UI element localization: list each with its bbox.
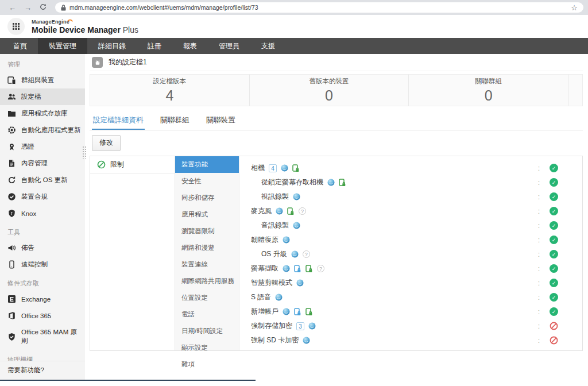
policy-name: 限制 bbox=[110, 160, 124, 169]
browser-forward-icon[interactable]: → bbox=[24, 4, 32, 11]
tab-associated-devices[interactable]: 關聯裝置 bbox=[206, 112, 237, 130]
category-tethering[interactable]: 網際網路共用服務 bbox=[175, 273, 239, 290]
ssl-lock-icon bbox=[61, 5, 66, 11]
sidebar-item-content-mgmt[interactable]: 內容管理 bbox=[0, 155, 85, 172]
sidebar-item-auto-app-updates[interactable]: 自動化應用程式更新 bbox=[0, 122, 85, 138]
count-badge: 3 bbox=[296, 322, 304, 330]
sidebar-item-exchange[interactable]: Exchange bbox=[0, 291, 85, 307]
setting-label: S 語音 bbox=[251, 292, 271, 302]
sidebar-item-label: Knox bbox=[21, 210, 36, 217]
stat-1: 舊版本的裝置 0 bbox=[250, 75, 409, 106]
category-applications[interactable]: 應用程式 bbox=[175, 206, 239, 223]
sidebar-item-office365-mam[interactable]: Office 365 MAM 原則 bbox=[0, 324, 85, 349]
sidebar-item-label: 自動化應用程式更新 bbox=[21, 126, 81, 134]
profile-detail-panel: 限制 裝置功能安全性同步和儲存應用程式瀏覽器限制網路和漫遊裝置連線網際網路共用服… bbox=[90, 156, 583, 351]
nav-item-admin[interactable]: 管理員 bbox=[208, 38, 250, 54]
policy-restrictions-item[interactable]: 限制 bbox=[90, 156, 175, 173]
nav-item-device-mgmt[interactable]: 裝置管理 bbox=[38, 38, 87, 54]
category-security[interactable]: 安全性 bbox=[175, 173, 239, 190]
nav-item-home[interactable]: 首頁 bbox=[2, 38, 38, 54]
android-platform-icon bbox=[275, 294, 283, 301]
sidebar-section: 地理柵欄 柵欄原則 柵欄存放庫 bbox=[0, 349, 85, 361]
sidebar-section: 條件式存取 Exchange Office 365 Office 365 MAM… bbox=[0, 273, 85, 349]
nav-item-inventory[interactable]: 詳細目錄 bbox=[87, 38, 137, 54]
android-platform-icon bbox=[327, 179, 335, 186]
allowed-status-icon: ✓ bbox=[550, 164, 558, 172]
url-bar[interactable]: mdm.manageengine.com/webclient#/uems/mdm… bbox=[55, 2, 583, 13]
android-platform-icon bbox=[293, 222, 300, 229]
category-device-functionality[interactable]: 裝置功能 bbox=[175, 156, 239, 173]
nav-item-reports[interactable]: 報表 bbox=[172, 38, 208, 54]
android-platform-icon bbox=[283, 265, 290, 272]
edit-button[interactable]: 修改 bbox=[92, 135, 121, 151]
sidebar-item-remote-control[interactable]: 遠端控制 bbox=[0, 256, 85, 273]
setting-label: 麥克風 bbox=[251, 206, 272, 216]
feature-request-link[interactable]: 需要新功能? bbox=[0, 361, 85, 380]
nav-item-enrollment[interactable]: 註冊 bbox=[137, 38, 172, 54]
sidebar-item-label: Office 365 bbox=[21, 312, 51, 319]
gear-icon bbox=[7, 126, 16, 134]
help-icon[interactable]: ? bbox=[303, 250, 310, 258]
setting-label: 視訊錄製 bbox=[261, 192, 289, 202]
category-menu: 裝置功能安全性同步和儲存應用程式瀏覽器限制網路和漫遊裝置連線網際網路共用服務位置… bbox=[175, 156, 239, 350]
office-icon bbox=[7, 311, 16, 320]
sidebar-item-label: 遠端控制 bbox=[21, 260, 48, 269]
colon-separator: : bbox=[538, 250, 540, 258]
android-platform-icon bbox=[296, 279, 304, 287]
sidebar-item-profiles[interactable]: 設定檔 bbox=[0, 88, 85, 105]
tab-associated-groups[interactable]: 關聯群組 bbox=[160, 112, 191, 130]
app-grid-icon[interactable] bbox=[7, 18, 25, 35]
top-nav: 首頁裝置管理詳細目錄註冊報表管理員支援 bbox=[0, 38, 588, 54]
browser-refresh-icon[interactable] bbox=[40, 3, 47, 11]
category-sync-storage[interactable]: 同步和儲存 bbox=[175, 190, 239, 206]
main-content: 我的設定檔1 設定檔版本 4 舊版本的裝置 0 關聯群組 0 設定檔詳細資料關聯… bbox=[85, 54, 588, 386]
help-icon[interactable]: ? bbox=[299, 207, 306, 215]
browser-back-icon[interactable]: ← bbox=[9, 4, 16, 11]
sidebar-resize-handle[interactable] bbox=[83, 146, 87, 159]
category-phone[interactable]: 電話 bbox=[175, 306, 239, 323]
sidebar-section-title: 工具 bbox=[0, 222, 85, 240]
setting-label: 新增帳戶 bbox=[251, 307, 278, 316]
sidebar-item-auto-os-updates[interactable]: 自動化 OS 更新 bbox=[0, 172, 85, 188]
setting-row-camera: 相機 4 : ✓ bbox=[251, 161, 582, 175]
sidebar-item-groups-devices[interactable]: 群組與裝置 bbox=[0, 72, 85, 88]
sidebar-item-announcements[interactable]: 佈告 bbox=[0, 240, 85, 256]
bookmark-star-icon[interactable]: ☆ bbox=[571, 3, 578, 12]
tab-profile-details[interactable]: 設定檔詳細資料 bbox=[92, 112, 145, 130]
browser-bar: ← → mdm.manageengine.com/webclient#/uems… bbox=[0, 0, 588, 15]
category-device-connectivity[interactable]: 裝置連線 bbox=[175, 256, 239, 273]
stat-filler bbox=[568, 75, 582, 106]
help-icon[interactable]: ? bbox=[317, 265, 324, 272]
android-platform-icon bbox=[293, 193, 300, 200]
settings-list: 相機 4 : ✓ 從鎖定螢幕存取相機 : bbox=[239, 156, 582, 350]
sidebar-item-certificates[interactable]: 憑證 bbox=[0, 138, 85, 155]
allowed-status-icon: ✓ bbox=[550, 192, 558, 201]
category-network-roaming[interactable]: 網路和漫遊 bbox=[175, 240, 239, 256]
sidebar: 管理 群組與裝置 設定檔 應用程式存放庫 自動化應用程式更新 憑證 bbox=[0, 54, 85, 380]
sidebar-item-device-compliance[interactable]: 裝置合規 bbox=[0, 188, 85, 205]
setting-label: 螢幕擷取 bbox=[251, 264, 278, 273]
colon-separator: : bbox=[538, 222, 540, 230]
allowed-status-icon: ✓ bbox=[550, 178, 558, 187]
category-display[interactable]: 顯示設定 bbox=[175, 339, 239, 356]
restricted-status-icon bbox=[550, 322, 558, 330]
url-text[interactable]: mdm.manageengine.com/webclient#/uems/mdm… bbox=[69, 4, 566, 11]
tabs: 設定檔詳細資料關聯群組關聯裝置 bbox=[90, 112, 583, 130]
sidebar-item-knox[interactable]: Knox bbox=[0, 205, 85, 222]
category-browser-restrictions[interactable]: 瀏覽器限制 bbox=[175, 223, 239, 240]
sidebar-item-label: 內容管理 bbox=[21, 159, 48, 168]
category-misc[interactable]: 雜項 bbox=[175, 356, 239, 373]
secure-device-green-icon bbox=[287, 207, 295, 215]
sidebar-item-office365[interactable]: Office 365 bbox=[0, 307, 85, 324]
category-location[interactable]: 位置設定 bbox=[175, 290, 239, 306]
allowed-status-icon: ✓ bbox=[550, 293, 558, 302]
nav-item-support[interactable]: 支援 bbox=[250, 38, 286, 54]
setting-label: 智慧剪輯模式 bbox=[251, 278, 292, 288]
sidebar-section-title: 地理柵欄 bbox=[0, 349, 85, 361]
product-name: Mobile Device Manager bbox=[32, 25, 121, 34]
sidebar-item-label: Office 365 MAM 原則 bbox=[21, 328, 83, 345]
category-datetime[interactable]: 日期/時間設定 bbox=[175, 323, 239, 339]
setting-label: OS 升級 bbox=[261, 249, 287, 259]
setting-row-camera-lock-screen: 從鎖定螢幕存取相機 : ✓ bbox=[251, 175, 582, 190]
sidebar-item-app-repository[interactable]: 應用程式存放庫 bbox=[0, 105, 85, 122]
